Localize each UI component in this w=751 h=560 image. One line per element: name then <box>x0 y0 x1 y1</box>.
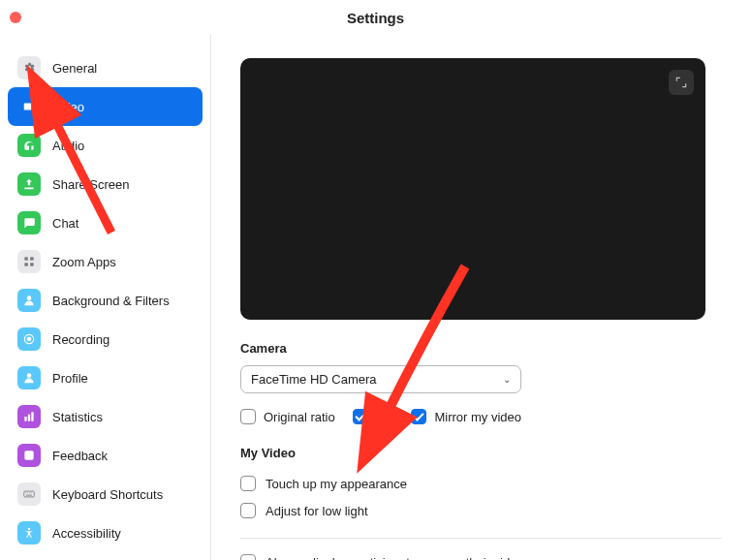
sidebar-item-label: Accessibility <box>52 526 121 541</box>
sidebar-item-feedback[interactable]: Feedback <box>8 436 203 475</box>
checkbox[interactable] <box>240 476 256 491</box>
option-label: Touch up my appearance <box>266 477 407 491</box>
sidebar-item-zoom-apps[interactable]: Zoom Apps <box>8 242 203 281</box>
my-video-section-title: My Video <box>240 446 722 460</box>
content-area: General Video Audio Share Screen Chat <box>0 35 751 560</box>
sidebar-item-statistics[interactable]: Statistics <box>8 397 203 436</box>
camera-options-row: Original ratio HD Mirror my video <box>240 409 722 424</box>
svg-rect-8 <box>24 417 26 421</box>
sidebar: General Video Audio Share Screen Chat <box>0 35 211 560</box>
checkbox[interactable] <box>240 554 256 560</box>
checkbox[interactable] <box>411 409 426 424</box>
svg-rect-10 <box>31 412 33 420</box>
sidebar-item-label: General <box>52 61 97 76</box>
option-label: Mirror my video <box>434 410 521 424</box>
video-preview <box>240 58 705 320</box>
camera-selected-value: FaceTime HD Camera <box>251 372 377 387</box>
sidebar-item-profile[interactable]: Profile <box>8 358 203 397</box>
expand-preview-button[interactable] <box>669 70 694 95</box>
keyboard-icon <box>17 482 41 506</box>
svg-rect-2 <box>24 263 28 266</box>
svg-point-15 <box>28 528 30 530</box>
chat-icon <box>17 211 41 234</box>
option-label: HD <box>376 410 394 424</box>
low-light-option[interactable]: Adjust for low light <box>240 497 722 524</box>
user-icon <box>17 289 41 312</box>
svg-rect-9 <box>28 415 30 421</box>
svg-point-12 <box>26 453 28 455</box>
option-label: Adjust for low light <box>266 504 368 518</box>
sidebar-item-chat[interactable]: Chat <box>8 203 203 242</box>
sidebar-item-label: Keyboard Shortcuts <box>52 487 163 502</box>
sidebar-item-label: Feedback <box>52 449 108 463</box>
headphones-icon <box>17 134 41 157</box>
option-label: Always display participant name on their… <box>266 555 530 561</box>
checkbox[interactable] <box>240 503 256 518</box>
checkbox[interactable] <box>240 409 256 424</box>
always-display-name-option[interactable]: Always display participant name on their… <box>240 548 722 560</box>
touch-up-option[interactable]: Touch up my appearance <box>240 470 722 497</box>
video-icon <box>17 95 41 118</box>
accessibility-icon <box>17 521 41 544</box>
sidebar-item-general[interactable]: General <box>8 48 203 87</box>
gear-icon <box>17 56 41 79</box>
stats-icon <box>17 405 41 428</box>
hd-option[interactable]: HD <box>353 409 394 424</box>
profile-icon <box>17 366 41 389</box>
mirror-my-video-option[interactable]: Mirror my video <box>411 409 521 424</box>
sidebar-item-label: Recording <box>52 332 110 347</box>
sidebar-item-audio[interactable]: Audio <box>8 126 203 165</box>
titlebar: Settings <box>0 0 751 35</box>
feedback-icon <box>17 444 41 467</box>
sidebar-item-label: Profile <box>52 371 88 386</box>
main-panel: Camera FaceTime HD Camera ⌄ Original rat… <box>211 35 751 560</box>
record-icon <box>17 327 41 351</box>
close-window-dot[interactable] <box>10 12 21 23</box>
svg-rect-0 <box>24 257 28 261</box>
camera-select[interactable]: FaceTime HD Camera ⌄ <box>240 365 521 393</box>
sidebar-item-share-screen[interactable]: Share Screen <box>8 165 203 203</box>
sidebar-item-label: Statistics <box>52 410 103 424</box>
sidebar-item-keyboard-shortcuts[interactable]: Keyboard Shortcuts <box>8 475 203 513</box>
svg-rect-1 <box>30 257 34 261</box>
svg-rect-14 <box>24 491 35 497</box>
original-ratio-option[interactable]: Original ratio <box>240 409 335 424</box>
sidebar-item-label: Audio <box>52 139 84 153</box>
my-video-options: Touch up my appearance Adjust for low li… <box>240 470 722 524</box>
svg-point-13 <box>30 453 32 455</box>
share-screen-icon <box>17 172 41 196</box>
sidebar-item-recording[interactable]: Recording <box>8 320 203 358</box>
camera-section-title: Camera <box>240 341 722 356</box>
sidebar-item-label: Zoom Apps <box>52 255 116 269</box>
svg-rect-3 <box>30 263 34 266</box>
sidebar-item-label: Video <box>52 100 84 114</box>
svg-point-6 <box>27 337 31 341</box>
chevron-down-icon: ⌄ <box>503 374 511 385</box>
window-controls <box>10 12 41 23</box>
sidebar-item-background-filters[interactable]: Background & Filters <box>8 281 203 320</box>
svg-point-7 <box>27 373 32 378</box>
sidebar-item-video[interactable]: Video <box>8 87 203 126</box>
sidebar-item-label: Background & Filters <box>52 294 170 308</box>
option-label: Original ratio <box>264 410 335 424</box>
sidebar-item-label: Chat <box>52 216 78 231</box>
separator <box>240 538 722 539</box>
checkbox[interactable] <box>353 409 368 424</box>
apps-icon <box>17 250 41 273</box>
window-title: Settings <box>347 10 404 26</box>
sidebar-item-accessibility[interactable]: Accessibility <box>8 513 203 552</box>
sidebar-item-label: Share Screen <box>52 177 130 192</box>
svg-point-4 <box>27 296 32 300</box>
